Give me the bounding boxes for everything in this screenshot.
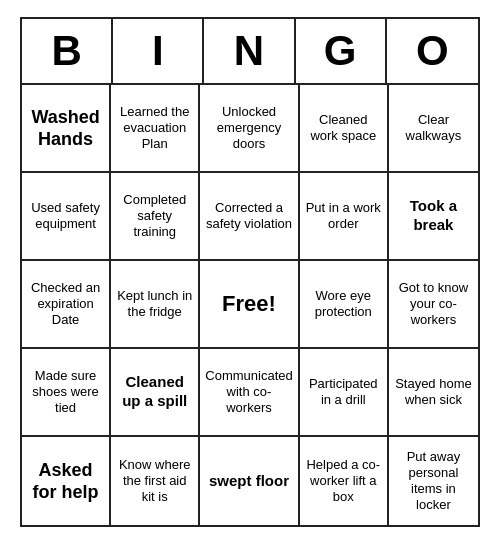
bingo-cell-18[interactable]: Participated in a drill [300, 349, 389, 437]
bingo-cell-23[interactable]: Helped a co-worker lift a box [300, 437, 389, 525]
bingo-cell-17[interactable]: Communicated with co-workers [200, 349, 299, 437]
bingo-header: BINGO [22, 19, 478, 85]
bingo-cell-20[interactable]: Asked for help [22, 437, 111, 525]
bingo-cell-8[interactable]: Put in a work order [300, 173, 389, 261]
bingo-cell-7[interactable]: Corrected a safety violation [200, 173, 299, 261]
bingo-cell-9[interactable]: Took a break [389, 173, 478, 261]
bingo-cell-3[interactable]: Cleaned work space [300, 85, 389, 173]
bingo-cell-24[interactable]: Put away personal items in locker [389, 437, 478, 525]
bingo-cell-13[interactable]: Wore eye protection [300, 261, 389, 349]
bingo-cell-5[interactable]: Used safety equipment [22, 173, 111, 261]
bingo-cell-22[interactable]: swept floor [200, 437, 299, 525]
bingo-letter-n: N [204, 19, 295, 83]
bingo-cell-19[interactable]: Stayed home when sick [389, 349, 478, 437]
bingo-grid: Washed HandsLearned the evacuation PlanU… [22, 85, 478, 525]
bingo-cell-12[interactable]: Free! [200, 261, 299, 349]
bingo-card: BINGO Washed HandsLearned the evacuation… [20, 17, 480, 527]
bingo-cell-4[interactable]: Clear walkways [389, 85, 478, 173]
bingo-letter-g: G [296, 19, 387, 83]
bingo-cell-0[interactable]: Washed Hands [22, 85, 111, 173]
bingo-cell-11[interactable]: Kept lunch in the fridge [111, 261, 200, 349]
bingo-letter-i: I [113, 19, 204, 83]
bingo-cell-2[interactable]: Unlocked emergency doors [200, 85, 299, 173]
bingo-cell-14[interactable]: Got to know your co-workers [389, 261, 478, 349]
bingo-cell-16[interactable]: Cleaned up a spill [111, 349, 200, 437]
bingo-cell-15[interactable]: Made sure shoes were tied [22, 349, 111, 437]
bingo-cell-21[interactable]: Know where the first aid kit is [111, 437, 200, 525]
bingo-letter-o: O [387, 19, 478, 83]
bingo-letter-b: B [22, 19, 113, 83]
bingo-cell-10[interactable]: Checked an expiration Date [22, 261, 111, 349]
bingo-cell-1[interactable]: Learned the evacuation Plan [111, 85, 200, 173]
bingo-cell-6[interactable]: Completed safety training [111, 173, 200, 261]
